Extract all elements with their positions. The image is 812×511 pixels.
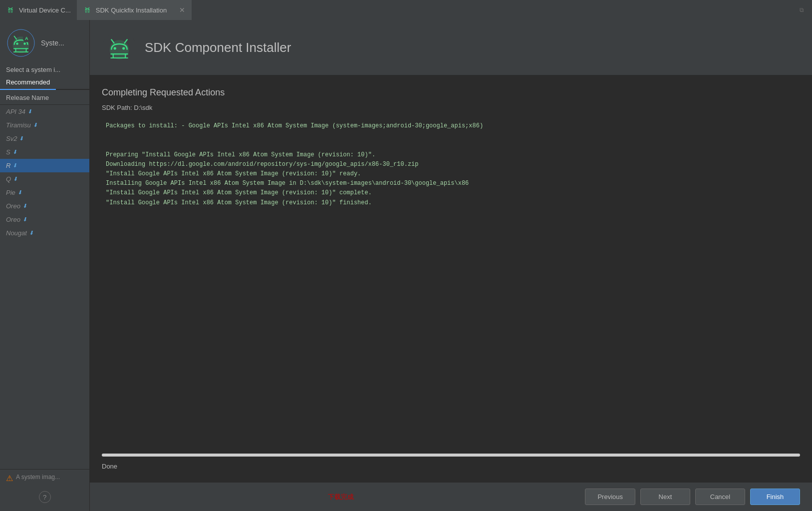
section-title: Completing Requested Actions (102, 87, 800, 98)
download-icon: ⬇ (27, 108, 32, 115)
download-icon: ⬇ (22, 216, 27, 223)
close-button[interactable]: ✕ (179, 6, 186, 13)
right-panel: SDK Component Installer Completing Reque… (90, 20, 812, 511)
list-item[interactable]: S ⬇ (0, 145, 89, 159)
svg-line-4 (11, 7, 12, 8)
svg-point-6 (86, 9, 87, 10)
list-item[interactable]: Oreo ⬇ (0, 213, 89, 226)
select-system-label: Select a system i... (0, 62, 89, 75)
svg-line-8 (85, 7, 86, 8)
svg-point-12 (16, 42, 18, 45)
list-item[interactable]: Tiramisu ⬇ (0, 118, 89, 132)
sdk-header: SDK Component Installer (90, 20, 812, 75)
log-area[interactable]: Packages to install: - Google APIs Intel… (102, 117, 800, 446)
svg-line-3 (8, 7, 9, 8)
sdk-path-label: SDK Path: (102, 104, 132, 111)
android-icon-left (6, 5, 15, 15)
svg-point-21 (122, 47, 125, 49)
right-window-tab[interactable]: SDK Quickfix Installation ✕ (77, 0, 192, 20)
progress-bar-fill (102, 454, 800, 457)
left-panel-title: Syste... (41, 39, 64, 47)
tab-recommended[interactable]: Recommended (0, 75, 56, 90)
svg-point-7 (88, 9, 89, 10)
left-panel-header: A Syste... (0, 20, 89, 62)
list-item[interactable]: Pie ⬇ (0, 186, 89, 199)
svg-point-19 (110, 40, 129, 59)
download-icon: ⬇ (17, 189, 22, 196)
list-item[interactable]: Nougat ⬇ (0, 226, 89, 240)
bottom-bar: 下载完成 Previous Next Cancel Finish (90, 482, 812, 511)
system-image-list: API 34 ⬇ Tiramisu ⬇ Sv2 ⬇ S ⬇ R ⬇ Q ⬇ (0, 105, 89, 469)
list-item[interactable]: Q ⬇ (0, 172, 89, 186)
next-button[interactable]: Next (640, 489, 690, 505)
download-icon: ⬇ (33, 122, 37, 128)
download-icon: ⬇ (29, 230, 33, 236)
left-tab-label: Virtual Device C... (19, 6, 71, 14)
download-icon: ⬇ (22, 203, 27, 209)
android-icon-right (83, 5, 92, 15)
done-label: Done (102, 463, 800, 470)
bottom-warning: ⚠ A system imag... (0, 469, 89, 487)
right-tab-label: SDK Quickfix Installation (96, 6, 167, 14)
svg-point-20 (114, 47, 116, 49)
title-bar-container: Virtual Device C... SDK Quickfix Install… (0, 0, 812, 20)
previous-button[interactable]: Previous (585, 489, 635, 505)
list-item[interactable]: Sv2 ⬇ (0, 132, 89, 145)
sdk-header-title: SDK Component Installer (145, 40, 291, 55)
download-complete-text: 下载完成 (328, 493, 354, 502)
svg-line-9 (88, 7, 89, 8)
download-icon: ⬇ (13, 176, 17, 182)
finish-button[interactable]: Finish (750, 489, 800, 505)
download-icon: ⬇ (19, 135, 23, 142)
tab-bar: Recommended (0, 75, 89, 90)
warning-text: A system imag... (16, 474, 60, 481)
cancel-button[interactable]: Cancel (695, 489, 745, 505)
svg-point-2 (11, 9, 12, 10)
left-panel: A Syste... Select a system i... Recommen… (0, 20, 90, 511)
main-container: A Syste... Select a system i... Recommen… (0, 20, 812, 511)
sdk-path-value: D:\sdk (134, 104, 152, 111)
list-item[interactable]: API 34 ⬇ (0, 105, 89, 118)
svg-point-13 (23, 42, 26, 45)
help-button[interactable]: ? (39, 491, 51, 503)
release-name-header: Release Name (0, 90, 89, 105)
download-icon: ⬇ (12, 162, 17, 169)
maximize-icon: ⧉ (800, 6, 804, 13)
svg-point-1 (9, 9, 10, 10)
sdk-path-line: SDK Path: D:\sdk (102, 104, 800, 111)
progress-bar-container (102, 454, 800, 457)
list-item[interactable]: Oreo ⬇ (0, 199, 89, 213)
left-window-tab[interactable]: Virtual Device C... (0, 0, 77, 20)
download-icon: ⬇ (12, 149, 17, 155)
sdk-content: Completing Requested Actions SDK Path: D… (90, 75, 812, 482)
list-item-selected[interactable]: R ⬇ (0, 159, 89, 172)
warning-icon: ⚠ (6, 474, 13, 483)
svg-text:A: A (25, 36, 28, 41)
